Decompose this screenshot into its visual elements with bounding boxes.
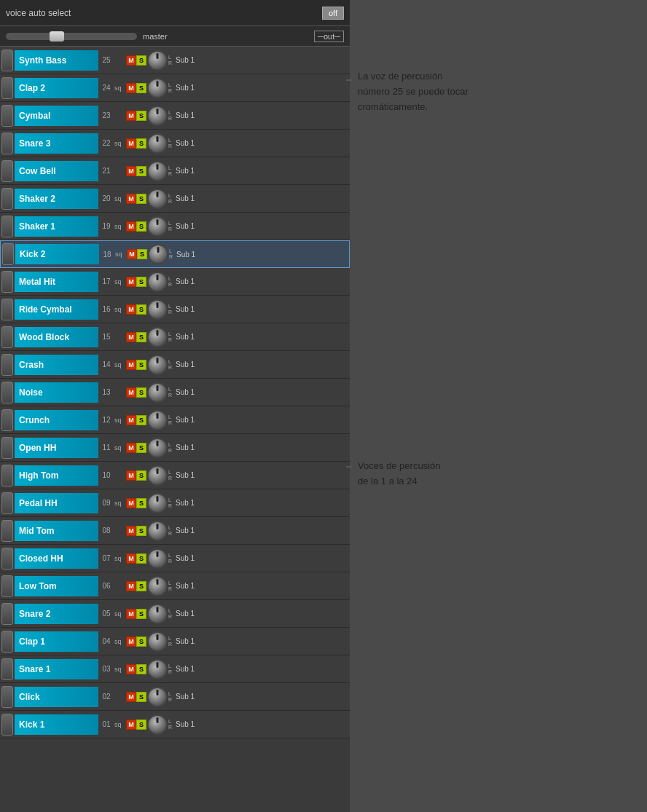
s-button[interactable]: S — [136, 360, 146, 370]
voice-row[interactable]: Mid Tom08MSLRSub 1 — [0, 517, 350, 545]
m-button[interactable]: M — [126, 138, 136, 149]
pan-knob[interactable] — [147, 465, 168, 486]
pan-knob[interactable] — [147, 604, 168, 624]
m-button[interactable]: M — [126, 526, 136, 536]
side-button[interactable] — [1, 382, 13, 403]
voice-row[interactable]: Wood Block15MSLRSub 1 — [0, 323, 350, 351]
voice-row[interactable]: Shaker 220sqMSLRSub 1 — [0, 185, 350, 213]
voice-name-button[interactable]: Mid Tom — [15, 521, 98, 541]
off-button[interactable]: off — [322, 7, 344, 20]
voice-row[interactable]: Metal Hit17sqMSLRSub 1 — [0, 268, 350, 296]
s-button[interactable]: S — [136, 55, 146, 66]
side-button[interactable] — [1, 603, 13, 625]
side-button[interactable] — [1, 520, 13, 542]
side-button[interactable] — [1, 575, 13, 597]
voice-name-button[interactable]: Shaker 2 — [15, 189, 98, 209]
side-button[interactable] — [1, 658, 13, 680]
pan-knob[interactable] — [147, 133, 168, 154]
voice-row[interactable]: Noise13MSLRSub 1 — [0, 379, 350, 406]
voice-name-button[interactable]: Metal Hit — [15, 272, 98, 292]
voice-name-button[interactable]: Ride Cymbal — [15, 299, 98, 320]
voice-name-button[interactable]: Cymbal — [15, 106, 98, 126]
pan-knob[interactable] — [147, 410, 168, 430]
m-button[interactable]: M — [126, 304, 136, 315]
s-button[interactable]: S — [136, 332, 146, 342]
pan-knob[interactable] — [147, 161, 168, 181]
voice-name-button[interactable]: Noise — [15, 382, 98, 403]
side-button[interactable] — [1, 188, 13, 210]
side-button[interactable] — [1, 160, 13, 182]
voice-name-button[interactable]: Cow Bell — [15, 161, 98, 181]
m-button[interactable]: M — [126, 498, 136, 508]
s-button[interactable]: S — [136, 415, 146, 425]
m-button[interactable]: M — [126, 664, 136, 674]
pan-knob[interactable] — [147, 521, 168, 541]
s-button[interactable]: S — [136, 443, 146, 453]
voice-name-button[interactable]: Snare 2 — [15, 604, 98, 624]
voice-name-button[interactable]: Snare 3 — [15, 133, 98, 154]
voice-row[interactable]: Click02MSLRSub 1 — [0, 683, 350, 711]
pan-knob[interactable] — [147, 576, 168, 596]
m-button[interactable]: M — [126, 221, 136, 232]
voice-row[interactable]: Ride Cymbal16sqMSLRSub 1 — [0, 296, 350, 323]
m-button[interactable]: M — [126, 415, 136, 425]
side-button[interactable] — [1, 714, 13, 736]
voice-name-button[interactable]: Kick 1 — [15, 714, 98, 735]
voice-row[interactable]: Kick 101sqMSLRSub 1 — [0, 711, 350, 738]
s-button[interactable]: S — [136, 111, 146, 121]
s-button[interactable]: S — [136, 387, 146, 398]
pan-knob[interactable] — [147, 631, 168, 652]
s-button[interactable]: S — [136, 194, 146, 204]
s-button[interactable]: S — [136, 166, 146, 176]
voice-name-button[interactable]: Wood Block — [15, 327, 98, 347]
m-button[interactable]: M — [126, 470, 136, 481]
s-button[interactable]: S — [136, 692, 146, 702]
s-button[interactable]: S — [136, 664, 146, 674]
m-button[interactable]: M — [126, 553, 136, 564]
s-button[interactable]: S — [137, 249, 147, 259]
side-button[interactable] — [1, 548, 13, 569]
side-button[interactable] — [1, 271, 13, 293]
voice-name-button[interactable]: Snare 1 — [15, 659, 98, 679]
voice-row[interactable]: Pedal HH09sqMSLRSub 1 — [0, 489, 350, 517]
pan-knob[interactable] — [147, 438, 168, 458]
s-button[interactable]: S — [136, 470, 146, 481]
voice-name-button[interactable]: Clap 2 — [15, 78, 98, 98]
side-button[interactable] — [1, 105, 13, 127]
s-button[interactable]: S — [136, 221, 146, 232]
side-button[interactable] — [1, 216, 13, 237]
pan-knob[interactable] — [147, 216, 168, 237]
pan-knob[interactable] — [147, 272, 168, 292]
s-button[interactable]: S — [136, 636, 146, 647]
m-button[interactable]: M — [126, 387, 136, 398]
m-button[interactable]: M — [126, 332, 136, 342]
side-button[interactable] — [1, 465, 13, 486]
m-button[interactable]: M — [126, 443, 136, 453]
voice-row[interactable]: Shaker 119sqMSLRSub 1 — [0, 213, 350, 240]
voice-name-button[interactable]: Open HH — [15, 438, 98, 458]
pan-knob[interactable] — [147, 548, 168, 569]
pan-knob[interactable] — [147, 106, 168, 126]
voice-row[interactable]: Closed HH07sqMSLRSub 1 — [0, 545, 350, 572]
s-button[interactable]: S — [136, 720, 146, 730]
voice-name-button[interactable]: Kick 2 — [15, 244, 99, 264]
voice-name-button[interactable]: Crash — [15, 355, 98, 375]
m-button[interactable]: M — [126, 166, 136, 176]
voice-name-button[interactable]: Click — [15, 687, 98, 707]
m-button[interactable]: M — [126, 55, 136, 66]
pan-knob[interactable] — [147, 355, 168, 375]
s-button[interactable]: S — [136, 277, 146, 287]
voice-row[interactable]: Clap 224sqMSLRSub 1 — [0, 74, 350, 102]
pan-knob[interactable] — [147, 50, 168, 71]
voice-row[interactable]: Cymbal23MSLRSub 1 — [0, 102, 350, 130]
side-button[interactable] — [1, 492, 13, 514]
m-button[interactable]: M — [126, 609, 136, 619]
m-button[interactable]: M — [126, 360, 136, 370]
voice-row[interactable]: Snare 322sqMSLRSub 1 — [0, 130, 350, 157]
voice-name-button[interactable]: Pedal HH — [15, 493, 98, 513]
pan-knob[interactable] — [148, 244, 168, 264]
m-button[interactable]: M — [126, 636, 136, 647]
m-button[interactable]: M — [126, 277, 136, 287]
side-button[interactable] — [1, 631, 13, 653]
m-button[interactable]: M — [126, 111, 136, 121]
